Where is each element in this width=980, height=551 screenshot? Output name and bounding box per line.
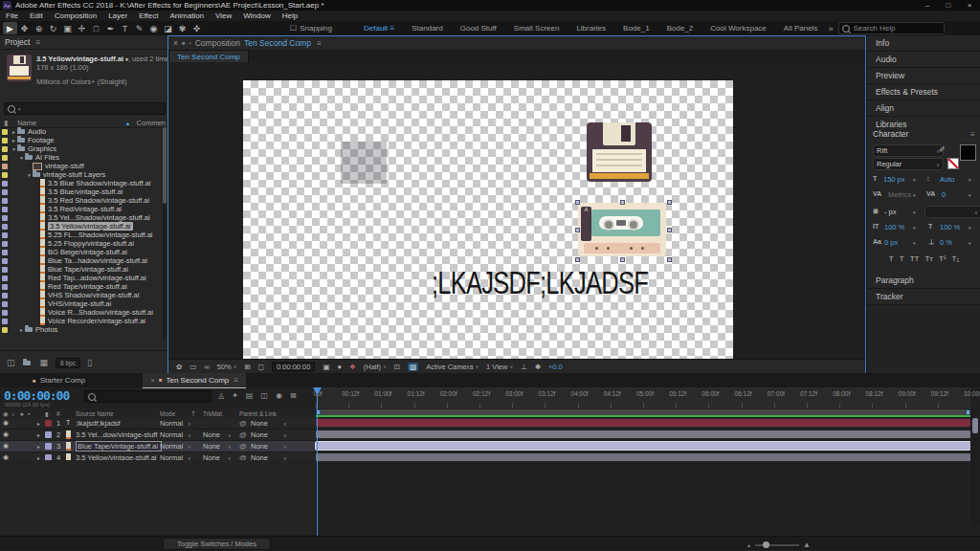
twirl-icon[interactable]: ▼ xyxy=(26,172,33,178)
draft-3d-icon[interactable]: ✦ xyxy=(232,391,238,400)
dropdown-icon[interactable]: ∨ xyxy=(283,432,287,438)
eyedropper-icon[interactable]: ✐ xyxy=(939,145,946,154)
label-chip[interactable] xyxy=(2,215,8,221)
hand-tool[interactable]: ✥ xyxy=(17,22,32,34)
composition-tab[interactable]: Ten Second Comp xyxy=(168,50,249,63)
stroke-swatch[interactable] xyxy=(947,158,959,169)
tree-item[interactable]: 5.25 FL...Shadow/vintage-stuff.ai xyxy=(0,231,163,239)
label-chip[interactable] xyxy=(2,189,8,195)
fill-stroke-swatches[interactable] xyxy=(947,144,976,169)
camera-tool[interactable]: ▣ xyxy=(60,22,75,34)
selection-handle[interactable] xyxy=(575,257,580,262)
toggle-switches-modes-button[interactable]: Toggle Switches / Modes xyxy=(163,538,271,550)
interpret-footage-icon[interactable]: ◫ xyxy=(7,358,15,367)
timeline-tab-starter-comp[interactable]: ■Starter Comp xyxy=(25,373,93,387)
panel-menu-icon[interactable]: ≡ xyxy=(317,38,322,48)
panel-tab-info[interactable]: Info xyxy=(867,35,980,52)
character-panel-title[interactable]: Character xyxy=(873,129,908,139)
pan-behind-tool[interactable]: ✛ xyxy=(75,22,89,34)
sort-icon[interactable]: ▲ xyxy=(125,121,131,126)
label-chip[interactable] xyxy=(2,250,8,255)
label-chip[interactable] xyxy=(2,198,8,204)
help-search-input[interactable]: Search Help xyxy=(838,22,945,34)
panel-tab-preview[interactable]: Preview xyxy=(867,68,980,84)
label-chip[interactable] xyxy=(2,172,8,178)
zoom-in-icon[interactable]: ▲ xyxy=(803,540,811,549)
layer-label-chip[interactable] xyxy=(45,443,52,450)
dropdown-icon[interactable]: ∨ xyxy=(228,444,232,450)
twirl-icon[interactable]: ▼ xyxy=(18,155,25,161)
tree-item[interactable]: ►Audio xyxy=(0,127,163,136)
menu-edit[interactable]: Edit xyxy=(24,11,49,20)
layer-duration-bar[interactable] xyxy=(316,453,970,461)
tsume-dropdown-icon[interactable]: ▾ xyxy=(969,240,971,246)
label-chip[interactable] xyxy=(2,293,8,298)
panel-menu-icon[interactable]: ≡ xyxy=(970,129,975,139)
layer-name[interactable]: Blue Tape/vintage-stuff.ai xyxy=(76,441,162,452)
layer-parent-select[interactable]: None xyxy=(251,442,268,451)
vertical-scale-value[interactable]: 100 % xyxy=(884,223,904,231)
vertical-scale-dropdown-icon[interactable]: ▾ xyxy=(913,225,916,231)
kerning-value[interactable]: Metrics xyxy=(888,190,911,199)
layer-parent-select[interactable]: None xyxy=(251,430,268,439)
selection-handle[interactable] xyxy=(667,257,672,262)
transparency-grid-icon[interactable]: ▨ xyxy=(408,363,418,371)
layer-visibility-icon[interactable]: ◉ xyxy=(3,430,9,438)
dropdown-icon[interactable]: ∨ xyxy=(283,421,287,427)
menu-help[interactable]: Help xyxy=(277,11,303,20)
twirl-icon[interactable]: ► xyxy=(11,138,17,143)
tsume-value[interactable]: 0 % xyxy=(940,238,952,247)
all-caps-button[interactable]: TT xyxy=(910,254,920,263)
selection-handle[interactable] xyxy=(575,200,580,205)
pickwhip-icon[interactable]: @ xyxy=(239,442,247,451)
tree-item-label[interactable]: BG Beige/vintage-stuff.ai xyxy=(48,248,127,256)
kerning-dropdown-icon[interactable]: ▾ xyxy=(913,192,916,198)
baseline-shift-dropdown-icon[interactable]: ▾ xyxy=(913,240,916,246)
dropdown-icon[interactable]: ∨ xyxy=(188,421,191,427)
clone-stamp-tool[interactable]: ◉ xyxy=(146,22,161,34)
label-chip[interactable] xyxy=(2,129,8,135)
brush-tool[interactable]: ✎ xyxy=(132,22,146,34)
region-of-interest-icon[interactable]: ⊡ xyxy=(394,363,400,371)
tree-item-label[interactable]: Blue Ta...hadow/vintage-stuff.ai xyxy=(48,256,147,265)
tree-item[interactable]: 5.25 Floppy/vintage-stuff.ai xyxy=(0,239,163,248)
tree-item-label[interactable]: 3.5 Yellow/vintage-stuff.ai xyxy=(48,222,133,231)
menu-file[interactable]: File xyxy=(0,11,24,20)
panel-tab-paragraph[interactable]: Paragraph xyxy=(867,273,980,289)
font-family-select[interactable]: Rift∨ xyxy=(873,144,944,157)
horizontal-scale-value[interactable]: 100 % xyxy=(940,223,960,231)
motion-blur-icon[interactable]: ◉ xyxy=(276,391,282,400)
font-size-dropdown-icon[interactable]: ▾ xyxy=(913,177,916,183)
trash-icon[interactable]: ▯ xyxy=(87,358,92,367)
layer-label-chip[interactable] xyxy=(45,420,52,427)
zoom-tool[interactable]: ⊕ xyxy=(32,22,46,34)
fill-swatch[interactable] xyxy=(960,144,976,161)
label-chip[interactable] xyxy=(2,241,8,247)
layer-name[interactable]: ;lkajsdf;lkjadsf xyxy=(76,419,158,428)
tree-item-label[interactable]: 3.5 Red/vintage-stuff.ai xyxy=(48,205,122,213)
panel-tab-audio[interactable]: Audio xyxy=(867,52,980,68)
tree-item[interactable]: ▼AI Files xyxy=(0,153,163,162)
workspace-small-screen[interactable]: Small Screen xyxy=(514,24,560,33)
puppet-pin-tool[interactable]: ✜ xyxy=(189,22,204,34)
selection-handle[interactable] xyxy=(575,228,580,232)
layer-duration-bar[interactable] xyxy=(316,430,970,438)
project-tab[interactable]: Project xyxy=(5,37,30,47)
tree-item-label[interactable]: 3.5 Blue Shadow/vintage-stuff.ai xyxy=(48,179,150,187)
workspace-bode-2[interactable]: Bode_2 xyxy=(667,24,694,33)
twirl-icon[interactable]: ► xyxy=(11,129,17,135)
selection-handle[interactable] xyxy=(620,257,625,262)
label-chip[interactable] xyxy=(2,164,8,169)
layer-parent-select[interactable]: None xyxy=(251,419,268,428)
menu-layer[interactable]: Layer xyxy=(102,11,133,20)
t-column[interactable]: T xyxy=(191,410,195,417)
workspace-standard[interactable]: Standard xyxy=(412,24,442,33)
zoom-slider-knob[interactable] xyxy=(763,541,769,548)
viewer-timecode[interactable]: 0:00:00:00 xyxy=(272,362,315,372)
layer-mode-select[interactable]: Normal xyxy=(160,442,183,451)
lock-icon[interactable]: ▪ xyxy=(189,40,191,46)
label-chip[interactable] xyxy=(2,207,8,212)
tree-item-label[interactable]: vintage-stuff Layers xyxy=(43,170,105,179)
time-ruler[interactable]: 00f00:12f01:00f01:12f02:00f02:12f03:00f0… xyxy=(316,387,970,409)
layer-visibility-icon[interactable]: ◉ xyxy=(3,419,9,427)
